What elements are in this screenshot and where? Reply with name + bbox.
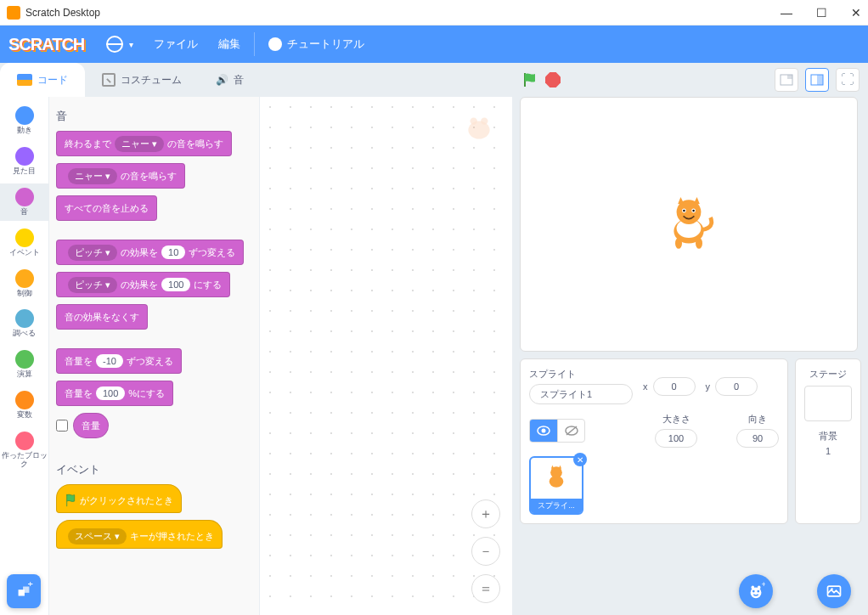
svg-point-30 (758, 586, 761, 590)
block-stop-all-sounds[interactable]: すべての音を止める (56, 195, 157, 221)
tutorials-menu[interactable]: チュートリアル (258, 25, 375, 63)
sprite-label: スプライト (529, 368, 576, 381)
stage-header: ⛶ (513, 63, 868, 97)
app-icon (7, 6, 20, 20)
tab-code[interactable]: コード (0, 63, 85, 97)
category-作ったブロック[interactable]: 作ったブロック (0, 427, 48, 473)
category-イベント[interactable]: イベント (0, 224, 48, 262)
green-flag-button[interactable] (521, 71, 538, 88)
maximize-button[interactable]: ☐ (816, 6, 827, 20)
edit-menu[interactable]: 編集 (208, 25, 251, 63)
zoom-out-button[interactable]: － (471, 537, 500, 566)
minimize-button[interactable]: — (781, 6, 792, 20)
block-when-key-pressed[interactable]: スペース ▾ キーが押されたとき (56, 520, 223, 549)
stage-size-large[interactable] (805, 68, 829, 92)
block-palette[interactable]: 音 終わるまで ニャー ▾ の音を鳴らす ニャー ▾ の音を鳴らす すべての音を… (49, 97, 260, 615)
globe-icon (106, 36, 123, 53)
svg-point-2 (481, 117, 488, 124)
zoom-in-button[interactable]: ＋ (471, 499, 500, 528)
sprite-watermark (461, 110, 497, 146)
titlebar: Scratch Desktop — ☐ ✕ (0, 0, 868, 25)
svg-point-28 (757, 590, 759, 593)
code-icon (17, 74, 32, 86)
category-演算[interactable]: 演算 (0, 346, 48, 383)
svg-point-26 (751, 587, 762, 598)
svg-point-1 (471, 117, 477, 124)
svg-text:+: + (761, 582, 765, 589)
svg-point-27 (752, 590, 755, 593)
block-set-volume[interactable]: 音量を 100 %にする (56, 381, 173, 406)
sprite-info-panel: スプライト x 0 y 0 (520, 358, 788, 524)
add-extension-button[interactable]: + (7, 574, 41, 608)
stop-button[interactable] (545, 72, 561, 87)
flag-icon (65, 493, 80, 508)
sprite-cat[interactable] (655, 190, 723, 258)
file-menu[interactable]: ファイル (144, 25, 208, 63)
category-調べる[interactable]: 調べる (0, 305, 48, 342)
sprite-visible-button[interactable] (530, 420, 557, 442)
svg-rect-6 (817, 75, 823, 85)
stage-size-small[interactable] (775, 68, 798, 92)
sprite-hidden-button[interactable] (557, 420, 584, 442)
block-set-effect[interactable]: ピッチ ▾ の効果を 100 にする (56, 272, 230, 297)
stage-thumb[interactable] (804, 386, 852, 421)
workspace[interactable]: ＋ － ＝ (260, 97, 512, 615)
category-動き[interactable]: 動き (0, 102, 48, 139)
category-音[interactable]: 音 (0, 183, 48, 221)
block-play-sound-until-done[interactable]: 終わるまで ニャー ▾ の音を鳴らす (56, 131, 232, 156)
menubar: SCRATCH ▾ ファイル 編集 チュートリアル (0, 25, 868, 63)
volume-monitor-checkbox[interactable] (56, 420, 68, 432)
delete-sprite-button[interactable]: ✕ (573, 453, 587, 466)
zoom-reset-button[interactable]: ＝ (471, 574, 500, 603)
costume-icon (102, 73, 116, 87)
block-change-volume[interactable]: 音量を -10 ずつ変える (56, 348, 182, 374)
sprite-thumb[interactable]: ✕ スプライ... (529, 456, 583, 515)
chevron-down-icon: ▾ (129, 40, 133, 49)
svg-point-17 (696, 238, 702, 249)
sprite-list: ✕ スプライ... (529, 456, 779, 515)
divider (254, 32, 255, 56)
svg-point-29 (752, 586, 755, 590)
scratch-logo[interactable]: SCRATCH (8, 35, 84, 54)
bulb-icon (268, 37, 282, 51)
category-column: 動き見た目音イベント制御調べる演算変数作ったブロック (0, 97, 49, 615)
svg-point-16 (675, 238, 682, 249)
sprite-size[interactable]: 100 (655, 429, 697, 448)
block-clear-sound-effects[interactable]: 音の効果をなくす (56, 304, 148, 330)
sprite-name-input[interactable] (529, 384, 633, 404)
sprite-x[interactable]: 0 (653, 377, 696, 396)
language-menu[interactable]: ▾ (96, 25, 144, 63)
block-change-effect[interactable]: ピッチ ▾ の効果を 10 ずつ変える (56, 240, 244, 265)
svg-point-13 (683, 210, 685, 212)
stage-fullscreen[interactable]: ⛶ (836, 68, 860, 92)
svg-point-33 (831, 588, 833, 590)
sprite-direction[interactable]: 90 (736, 429, 779, 448)
svg-text:+: + (28, 582, 33, 589)
add-sprite-button[interactable]: + (739, 574, 773, 608)
tab-costumes[interactable]: コスチューム (85, 63, 199, 97)
svg-point-15 (692, 210, 694, 212)
block-when-flag-clicked[interactable]: がクリックされたとき (56, 484, 182, 513)
section-sound: 音 (56, 109, 256, 124)
block-volume-reporter[interactable]: 音量 (73, 413, 109, 438)
category-制御[interactable]: 制御 (0, 265, 48, 302)
category-変数[interactable]: 変数 (0, 386, 48, 424)
add-backdrop-button[interactable] (817, 574, 851, 608)
stage[interactable] (520, 97, 858, 352)
svg-point-19 (542, 428, 546, 432)
category-見た目[interactable]: 見た目 (0, 143, 48, 180)
sound-icon: 🔊 (216, 74, 228, 86)
block-play-sound[interactable]: ニャー ▾ の音を鳴らす (56, 163, 185, 189)
tab-sounds[interactable]: 🔊 音 (199, 63, 261, 97)
close-button[interactable]: ✕ (851, 6, 861, 20)
section-events: イベント (56, 462, 256, 477)
editor-tabs: コード コスチューム 🔊 音 (0, 63, 512, 97)
stage-panel: ステージ 背景 1 (795, 358, 861, 524)
svg-rect-4 (787, 75, 792, 79)
window-title: Scratch Desktop (25, 7, 100, 19)
sprite-y[interactable]: 0 (715, 377, 758, 396)
